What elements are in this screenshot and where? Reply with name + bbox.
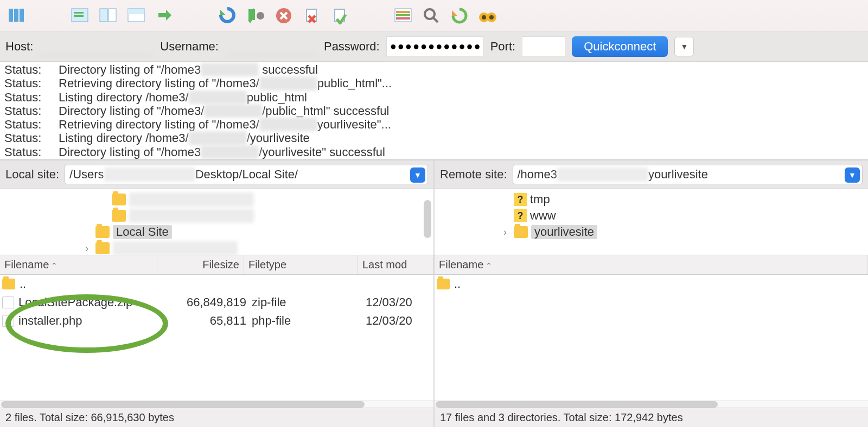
toggle-message-icon[interactable] xyxy=(67,3,92,28)
tree-item[interactable]: ›xxxxxxxxxx xyxy=(0,240,433,255)
disconnect-icon[interactable] xyxy=(299,3,324,28)
quickconnect-button[interactable]: Quickconnect xyxy=(572,36,668,57)
scrollbar-thumb[interactable] xyxy=(424,200,431,238)
svg-line-19 xyxy=(433,18,438,22)
main-toolbar xyxy=(0,0,868,31)
tree-item[interactable]: Local Site xyxy=(0,224,433,240)
file-name: LocalSitePackage.zip xyxy=(18,295,132,310)
tree-label: tmp xyxy=(530,192,550,207)
remote-tree[interactable]: ?tmp?www›yourlivesite xyxy=(435,189,868,255)
log-message: Directory listing of "/home3xxxxxxxxx/yo… xyxy=(59,145,864,159)
local-path-input[interactable]: /UsersxxxxxxxxDesktop/Local Site/ ▼ xyxy=(65,165,428,184)
tree-item[interactable]: ?www xyxy=(435,208,868,224)
file-type: zip-file xyxy=(246,295,360,310)
folder-icon xyxy=(95,226,110,238)
reconnect-icon[interactable] xyxy=(328,3,353,28)
quickconnect-bar: Host: Username: Password: Port: Quickcon… xyxy=(0,31,868,62)
svg-rect-6 xyxy=(100,9,107,22)
chevron-down-icon[interactable]: ▼ xyxy=(410,167,425,183)
file-name: .. xyxy=(20,277,26,291)
file-name: installer.php xyxy=(18,314,82,328)
message-log[interactable]: Status:Directory listing of "/home3xxxxx… xyxy=(0,62,868,159)
remote-path-input[interactable]: /home3xxxxxxxxyourlivesite ▼ xyxy=(513,165,863,184)
refresh-icon[interactable] xyxy=(215,3,240,28)
file-row[interactable]: .. xyxy=(435,275,868,293)
log-message: Retrieving directory listing of "/home3/… xyxy=(59,118,864,131)
file-type: php-file xyxy=(246,314,360,328)
local-status: 2 files. Total size: 66,915,630 bytes xyxy=(0,408,433,427)
svg-point-23 xyxy=(489,15,494,20)
file-row[interactable]: LocalSitePackage.zip66,849,819zip-file12… xyxy=(0,293,433,312)
search-icon[interactable] xyxy=(419,3,444,28)
chevron-down-icon[interactable]: ▼ xyxy=(845,167,860,183)
binoculars-icon[interactable] xyxy=(475,3,500,28)
log-message: Directory listing of "/home3xxxxxxxxx su… xyxy=(59,63,864,76)
sync-browse-icon[interactable] xyxy=(447,3,472,28)
file-icon xyxy=(2,296,14,308)
file-modified: 12/03/20 xyxy=(360,314,431,328)
log-label: Status: xyxy=(4,131,59,145)
log-label: Status: xyxy=(4,145,59,159)
expand-icon[interactable]: › xyxy=(500,227,510,238)
tree-item[interactable]: xxxxxxxxxx xyxy=(0,208,433,224)
svg-rect-7 xyxy=(108,9,116,22)
log-label: Status: xyxy=(4,63,59,76)
cancel-icon[interactable] xyxy=(271,3,296,28)
remote-pane: Remote site: /home3xxxxxxxxyourlivesite … xyxy=(435,160,868,427)
svg-point-18 xyxy=(425,9,435,19)
remote-file-header[interactable]: Filename⌃ xyxy=(435,255,868,275)
remote-status: 17 files and 3 directories. Total size: … xyxy=(435,408,868,427)
file-icon xyxy=(2,315,14,327)
log-message: Listing directory /home3/xxxxxxxxxpublic… xyxy=(59,91,864,104)
folder-icon xyxy=(514,226,528,238)
local-file-list[interactable]: ..LocalSitePackage.zip66,849,819zip-file… xyxy=(0,275,433,400)
host-label: Host: xyxy=(5,40,33,54)
svg-rect-0 xyxy=(9,9,13,22)
log-message: Listing directory /home3/xxxxxxxxx/yourl… xyxy=(59,131,864,145)
log-label: Status: xyxy=(4,104,59,118)
toggle-local-icon[interactable] xyxy=(95,3,120,28)
remote-hscroll[interactable] xyxy=(435,400,868,408)
quickconnect-dropdown[interactable]: ▼ xyxy=(674,37,694,56)
username-label: Username: xyxy=(160,40,219,54)
username-input[interactable] xyxy=(225,38,317,55)
folder-icon xyxy=(2,279,15,289)
tree-label: Local Site xyxy=(113,225,172,239)
file-row[interactable]: .. xyxy=(0,275,433,293)
toggle-transfer-icon[interactable] xyxy=(152,3,177,28)
svg-rect-2 xyxy=(20,9,24,22)
svg-rect-17 xyxy=(396,17,410,20)
file-size: 66,849,819 xyxy=(159,295,246,310)
tree-item[interactable]: ›yourlivesite xyxy=(435,224,868,240)
folder-icon xyxy=(95,242,110,254)
expand-icon[interactable]: › xyxy=(81,243,92,254)
local-hscroll[interactable] xyxy=(0,400,433,408)
tree-item[interactable]: ?tmp xyxy=(435,191,868,208)
remote-file-list[interactable]: .. xyxy=(435,275,868,400)
tree-item[interactable]: xxxxxxxxxx xyxy=(0,191,433,208)
file-row[interactable]: installer.php65,811php-file12/03/20 xyxy=(0,312,433,330)
log-message: Directory listing of "/home3/xxxxxxxxx/p… xyxy=(59,104,864,118)
local-site-label: Local site: xyxy=(5,167,59,182)
port-input[interactable] xyxy=(522,36,565,56)
site-manager-icon[interactable] xyxy=(4,3,29,28)
process-queue-icon[interactable] xyxy=(243,3,268,28)
log-label: Status: xyxy=(4,76,59,90)
host-input[interactable] xyxy=(40,38,154,55)
log-message: Retrieving directory listing of "/home3/… xyxy=(59,76,864,90)
unknown-folder-icon: ? xyxy=(514,209,527,222)
toggle-remote-icon[interactable] xyxy=(124,3,149,28)
remote-site-label: Remote site: xyxy=(440,167,507,182)
svg-rect-9 xyxy=(128,9,144,14)
svg-point-10 xyxy=(257,12,264,20)
file-name: .. xyxy=(454,277,461,291)
password-label: Password: xyxy=(324,40,380,54)
local-tree[interactable]: xxxxxxxxxxxxxxxxxxxxLocal Site›xxxxxxxxx… xyxy=(0,189,433,255)
svg-rect-16 xyxy=(396,14,410,16)
folder-icon xyxy=(112,194,126,205)
sort-asc-icon: ⌃ xyxy=(486,261,492,270)
port-label: Port: xyxy=(490,40,515,54)
compare-icon[interactable] xyxy=(391,3,416,28)
local-file-header[interactable]: Filename⌃ Filesize Filetype Last mod xyxy=(0,255,433,275)
password-input[interactable] xyxy=(386,36,484,56)
